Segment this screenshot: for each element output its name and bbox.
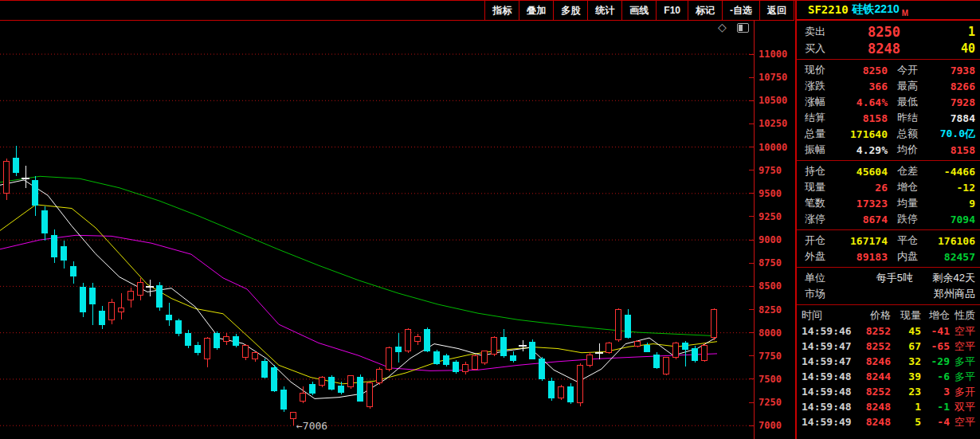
candle-up xyxy=(472,356,478,369)
candle-down xyxy=(339,386,344,392)
tape-oi-change: -1 xyxy=(921,401,950,413)
toolbar-button-7[interactable]: 标记 xyxy=(688,1,722,20)
candle-up xyxy=(319,378,325,386)
y-axis-label: 8500 xyxy=(759,280,782,292)
info-row: 单位每手5吨剩余42天 xyxy=(797,270,980,286)
stat-value: 4.64% xyxy=(835,96,888,108)
tape-trade-type: 多平 xyxy=(950,370,975,384)
y-axis-label: 10500 xyxy=(759,95,787,106)
stat-value: 70.0亿 xyxy=(927,127,975,141)
stat-value: 89183 xyxy=(835,251,888,263)
toolbar-button-5[interactable]: 画线 xyxy=(621,1,656,20)
candle-down xyxy=(61,246,67,260)
stat-value: 4.29% xyxy=(835,144,888,156)
stat-row: 总量171640总额70.0亿 xyxy=(797,126,980,142)
ask-volume: 1 xyxy=(900,25,975,39)
tape-header-row: 时间价格现量增仓性质 xyxy=(797,308,980,323)
y-axis-label: 11000 xyxy=(759,49,787,60)
stat-label: 涨跌 xyxy=(805,79,835,93)
candle-down xyxy=(157,286,163,308)
tape-row: 14:59:47824632-29多平 xyxy=(797,354,980,369)
candle-up xyxy=(4,162,10,194)
candle-down xyxy=(214,334,220,348)
panel-toggle-fill xyxy=(739,25,743,31)
stat-value: 7928 xyxy=(927,96,975,108)
candle-down xyxy=(654,355,660,368)
tape-time: 14:59:46 xyxy=(802,325,851,337)
candle-down xyxy=(71,267,76,276)
candle-up xyxy=(128,291,134,300)
toolbar-button-4[interactable]: 统计 xyxy=(587,1,621,20)
y-axis-label: 10250 xyxy=(759,118,787,129)
candle-down xyxy=(14,159,19,173)
tape-row: 14:59:4882481-1双平 xyxy=(797,399,980,414)
tape-volume: 67 xyxy=(891,340,921,352)
tape-price: 8252 xyxy=(851,325,891,337)
stat-label: 增仓 xyxy=(897,180,927,194)
stat-row: 现价8250今开7938 xyxy=(797,62,980,78)
stat-label: 仓差 xyxy=(897,164,927,178)
stat-value: -4466 xyxy=(927,166,975,178)
stat-label: 笔数 xyxy=(805,196,835,210)
instrument-header: SF2210 硅铁2210 M xyxy=(797,0,980,21)
divider xyxy=(797,304,980,305)
candle-up xyxy=(205,338,210,359)
candle-up xyxy=(492,337,497,354)
candle-up xyxy=(711,310,717,338)
stat-label: 现量 xyxy=(805,180,835,194)
stat-value: 8266 xyxy=(927,80,975,92)
stat-value: 9 xyxy=(927,198,975,210)
kline-chart[interactable]: 1100010750105001025010000975095009250900… xyxy=(0,21,795,439)
candle-down xyxy=(396,347,402,351)
tape-trade-type: 多平 xyxy=(950,355,975,369)
instrument-symbol: SF2210 xyxy=(808,3,849,16)
tape-header-cell: 现量 xyxy=(891,308,921,323)
stat-value: 8674 xyxy=(835,214,888,225)
tape-trade-type: 双平 xyxy=(950,400,975,414)
diamond-marker-icon[interactable]: ◇ xyxy=(718,22,727,33)
period-badge: M xyxy=(902,9,908,18)
candle-down xyxy=(501,337,507,355)
stat-label: 涨幅 xyxy=(805,95,835,109)
stat-row: 开仓167174平仓176106 xyxy=(797,233,980,249)
ma-yellow-line xyxy=(0,205,717,384)
toolbar: 指标叠加多股统计画线F10标记-自选返回 xyxy=(0,1,794,21)
candle-up xyxy=(109,302,115,320)
y-axis-label: 7500 xyxy=(759,374,782,385)
y-axis-label: 9750 xyxy=(759,165,782,176)
tape-row: 14:59:48824439-6多平 xyxy=(797,369,980,384)
toolbar-button-1[interactable]: 指标 xyxy=(484,1,519,20)
candle-up xyxy=(673,343,679,357)
y-axis-label: 9000 xyxy=(759,234,782,245)
stat-value: 167174 xyxy=(835,235,888,247)
candle-up xyxy=(635,342,641,347)
top-border-line xyxy=(0,0,980,1)
tape-time: 14:59:47 xyxy=(802,355,851,367)
candle-down xyxy=(272,368,277,390)
candle-down xyxy=(33,181,38,206)
candle-down xyxy=(549,381,555,398)
stat-value: 8250 xyxy=(835,65,888,76)
stat-row: 现量26增仓-12 xyxy=(797,179,980,195)
quote-panel: SF2210 硅铁2210 M 卖出 8250 1 买入 8248 40 现价8… xyxy=(795,0,980,439)
tape-price: 8248 xyxy=(851,401,891,413)
candle-down xyxy=(52,235,57,257)
candle-up xyxy=(119,308,124,312)
tape-row: 14:59:4982485-4空平 xyxy=(797,414,980,429)
candle-down xyxy=(444,356,449,365)
panel-toggle-icon[interactable] xyxy=(737,23,749,33)
toolbar-button-6[interactable]: F10 xyxy=(656,1,688,20)
toolbar-button-2[interactable]: 叠加 xyxy=(519,1,553,20)
tape-time: 14:59:48 xyxy=(802,386,851,398)
stat-row: 结算8158昨结7884 xyxy=(797,110,980,126)
candle-down xyxy=(233,337,239,345)
stat-value: 171640 xyxy=(835,128,888,140)
toolbar-button-9[interactable]: 返回 xyxy=(759,1,794,20)
toolbar-button-8[interactable]: -自选 xyxy=(722,1,759,20)
tape-oi-change: -4 xyxy=(921,416,950,428)
bid-label: 买入 xyxy=(805,41,843,56)
candle-up xyxy=(606,343,612,352)
toolbar-button-3[interactable]: 多股 xyxy=(553,1,587,20)
candle-up xyxy=(702,345,708,360)
candle-up xyxy=(463,364,468,371)
